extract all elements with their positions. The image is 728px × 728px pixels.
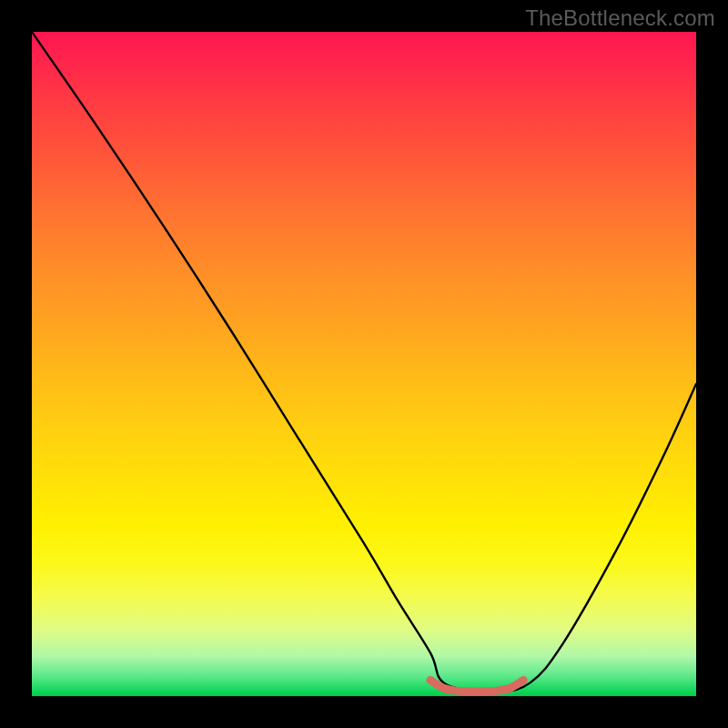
- bottleneck-curve: [32, 32, 696, 694]
- watermark-text: TheBottleneck.com: [525, 5, 715, 31]
- bottleneck-accent: [430, 680, 523, 692]
- chart-svg: [32, 32, 696, 696]
- plot-area: [32, 32, 696, 696]
